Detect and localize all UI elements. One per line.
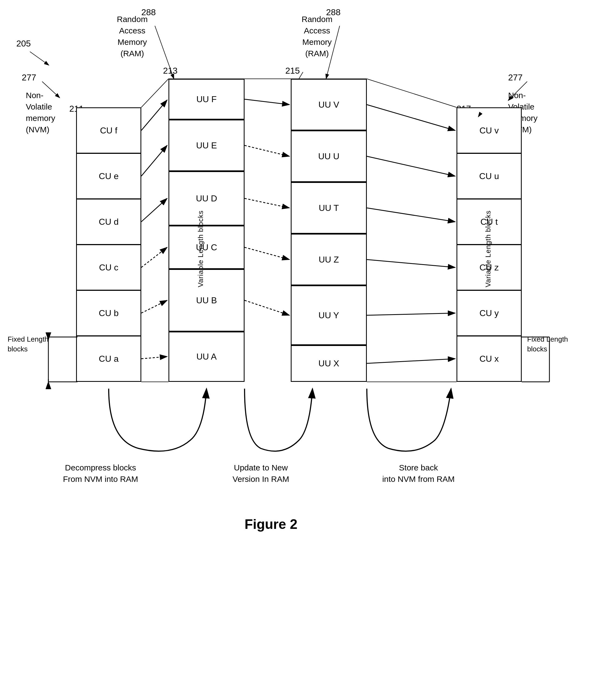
svg-line-16	[367, 208, 455, 222]
svg-line-5	[141, 247, 167, 267]
uu-z-block: UU Z	[291, 234, 367, 285]
ref-277-right: 277	[508, 72, 523, 83]
cu-e-block: CU e	[76, 153, 141, 199]
svg-line-7	[141, 357, 167, 359]
ref-213: 213	[163, 65, 177, 77]
diagram: 205 Non-Volatilememory(NVM) 277 RandomAc…	[0, 0, 616, 699]
svg-line-17	[367, 260, 455, 267]
uu-e-block: UU E	[169, 120, 244, 171]
svg-line-36	[141, 79, 169, 107]
svg-line-3	[141, 145, 167, 176]
decompress-label: Decompress blocksFrom NVM into RAM	[54, 462, 147, 485]
variable-length-right-label: Variable Length blocks	[484, 210, 492, 287]
update-label: Update to NewVersion In RAM	[217, 462, 304, 485]
uu-u-block: UU U	[291, 130, 367, 182]
fixed-length-right-label: Fixed Lengthblocks	[527, 334, 568, 354]
svg-line-8	[244, 99, 290, 105]
cu-a-block: CU a	[76, 335, 141, 382]
svg-line-2	[141, 100, 167, 130]
ref-288-left: 288	[141, 7, 156, 18]
ref-205: 205	[16, 38, 31, 50]
cu-d-block: CU d	[76, 199, 141, 245]
svg-line-11	[244, 247, 290, 260]
uu-d-block: UU D	[169, 171, 244, 226]
svg-line-9	[244, 145, 290, 156]
svg-line-37	[367, 79, 456, 107]
variable-length-left-label: Variable Length blocks	[197, 210, 205, 287]
cu-y-block: CU y	[456, 290, 522, 336]
uu-v-block: UU V	[291, 79, 367, 130]
fixed-length-left-label: Fixed Lengthblocks	[8, 334, 48, 354]
svg-line-14	[367, 105, 455, 130]
svg-line-12	[244, 300, 290, 315]
cu-u-block: CU u	[456, 153, 522, 199]
svg-line-15	[367, 156, 455, 176]
uu-x-block: UU X	[291, 345, 367, 382]
svg-line-6	[141, 300, 167, 313]
ref-277-left: 277	[22, 72, 36, 83]
uu-c-block: UU C	[169, 226, 244, 269]
store-label: Store backinto NVM from RAM	[375, 462, 462, 485]
cu-b-block: CU b	[76, 290, 141, 336]
cu-x-block: CU x	[456, 335, 522, 382]
svg-line-18	[367, 313, 455, 315]
right-ram-label: RandomAccessMemory(RAM)	[302, 14, 332, 59]
left-ram-label: RandomAccessMemory(RAM)	[117, 14, 148, 59]
uu-y-block: UU Y	[291, 285, 367, 345]
uu-a-block: UU A	[169, 332, 244, 382]
cu-v-block: CU v	[456, 107, 522, 154]
uu-f-block: UU F	[169, 79, 244, 120]
cu-c-block: CU c	[76, 244, 141, 291]
uu-b-block: UU B	[169, 269, 244, 332]
figure-title: Figure 2	[244, 516, 297, 532]
uu-t-block: UU T	[291, 182, 367, 234]
ref-288-right: 288	[326, 7, 340, 18]
svg-line-28	[30, 52, 49, 65]
ref-215: 215	[285, 65, 300, 77]
svg-line-19	[367, 359, 455, 364]
svg-line-4	[141, 198, 167, 222]
left-nvm-label: Non-Volatilememory(NVM)	[26, 90, 55, 135]
cu-f-block: CU f	[76, 107, 141, 154]
svg-line-10	[244, 198, 290, 208]
